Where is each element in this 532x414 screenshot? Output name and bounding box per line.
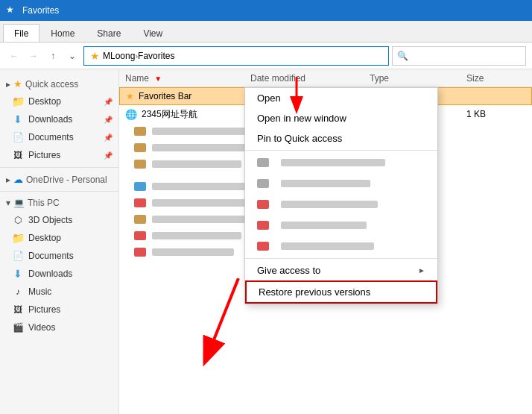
blurred-icon-5 — [134, 198, 146, 207]
sidebar-item-3d-label: 3D Objects — [28, 215, 72, 225]
sidebar-item-desktop2[interactable]: 📁 Desktop — [0, 229, 118, 247]
blurred-icon-1 — [134, 127, 146, 136]
blurred-text-2 — [152, 144, 256, 151]
blurred-text-5 — [152, 199, 249, 207]
file-name-2345: 2345网址导航 — [142, 108, 250, 121]
ctx-blurred-icon-3 — [257, 200, 269, 209]
col-type[interactable]: Type — [370, 73, 466, 84]
sidebar-item-desktop-label: Desktop — [28, 96, 61, 107]
sidebar-divider-2 — [0, 191, 118, 192]
star-icon: ★ — [90, 50, 100, 62]
ctx-pin-quick-access[interactable]: Pin to Quick access — [245, 128, 437, 148]
pictures-icon2: 🖼 — [12, 304, 24, 316]
expand-icon: ▸ — [6, 79, 10, 90]
sidebar-item-documents2-label: Documents — [28, 251, 74, 261]
folder-icon2: 📁 — [12, 232, 24, 244]
ctx-open-new-window-label: Open in new window — [257, 113, 346, 124]
col-type-label: Type — [370, 73, 389, 84]
svg-line-3 — [209, 278, 238, 353]
sidebar-item-downloads-label: Downloads — [28, 114, 72, 125]
music-icon: ♪ — [12, 286, 24, 298]
col-size-label: Size — [466, 73, 484, 84]
ctx-blurred-3 — [245, 194, 437, 215]
ctx-open[interactable]: Open — [245, 88, 437, 108]
ctx-open-new-window[interactable]: Open in new window — [245, 108, 437, 128]
quick-access-label: Quick access — [25, 79, 78, 90]
ctx-blurred-4 — [245, 215, 437, 236]
blurred-icon-4 — [134, 182, 146, 191]
ctx-separator-1 — [245, 150, 437, 151]
blurred-icon-7 — [134, 231, 146, 240]
ctx-blurred-icon-5 — [257, 242, 269, 251]
up-button[interactable]: ↑ — [45, 48, 61, 64]
main-area: ▸ ★ Quick access 📁 Desktop 📌 ⬇ Downloads… — [0, 69, 532, 414]
sidebar-onedrive-header[interactable]: ▸ ☁ OneDrive - Personal — [0, 171, 118, 188]
sidebar-item-downloads[interactable]: ⬇ Downloads 📌 — [0, 110, 118, 128]
videos-icon: 🎬 — [12, 322, 24, 333]
pin-icon2: 📌 — [104, 116, 113, 124]
sidebar-quick-access-header[interactable]: ▸ ★ Quick access — [0, 75, 118, 92]
search-icon: 🔍 — [397, 51, 408, 61]
sidebar-item-documents2[interactable]: 📄 Documents — [0, 247, 118, 265]
blurred-icon-2 — [134, 143, 146, 152]
tab-share[interactable]: Share — [86, 24, 132, 42]
sidebar-item-pictures2-label: Pictures — [28, 304, 60, 315]
folder-icon: 📁 — [12, 95, 24, 107]
ctx-blurred-icon-4 — [257, 221, 269, 230]
pictures-icon: 🖼 — [12, 149, 24, 161]
ctx-blurred-1 — [245, 152, 437, 173]
title-bar: ★ Favorites — [0, 0, 532, 21]
context-menu: Open Open in new window Pin to Quick acc… — [244, 87, 438, 304]
pin-icon: 📌 — [104, 98, 113, 106]
docs-icon: 📄 — [12, 131, 24, 143]
ctx-pin-label: Pin to Quick access — [257, 133, 342, 144]
blurred-icon-8 — [134, 248, 146, 257]
col-date[interactable]: Date modified — [250, 73, 370, 84]
sidebar-item-music-label: Music — [28, 286, 51, 297]
sidebar-item-desktop[interactable]: 📁 Desktop 📌 — [0, 92, 118, 110]
ctx-restore-previous[interactable]: Restore previous versions — [245, 280, 437, 304]
recent-locations-button[interactable]: ⌄ — [64, 48, 80, 64]
sidebar-item-pictures[interactable]: 🖼 Pictures 📌 — [0, 146, 118, 164]
blurred-text-3 — [152, 160, 241, 168]
forward-button[interactable]: → — [25, 48, 42, 64]
search-box[interactable]: 🔍 — [392, 46, 526, 66]
ribbon-tabs: File Home Share View — [0, 21, 532, 42]
address-box[interactable]: ★ MLoong › Favorites — [83, 46, 389, 66]
sidebar-item-pictures-label: Pictures — [28, 150, 60, 160]
ctx-blurred-5 — [245, 236, 437, 257]
sidebar-item-downloads2[interactable]: ⬇ Downloads — [0, 265, 118, 283]
address-bar-row: ← → ↑ ⌄ ★ MLoong › Favorites 🔍 — [0, 43, 532, 69]
ctx-blurred-icon-2 — [257, 179, 269, 188]
sidebar-item-documents[interactable]: 📄 Documents 📌 — [0, 128, 118, 146]
shortcut-icon: 🌐 — [125, 109, 137, 120]
tab-home[interactable]: Home — [39, 24, 86, 42]
col-size[interactable]: Size — [466, 73, 526, 84]
ctx-blurred-text-5 — [281, 242, 374, 250]
tab-view[interactable]: View — [132, 24, 174, 42]
sidebar-thispc-header[interactable]: ▾ 💻 This PC — [0, 195, 118, 211]
sidebar-item-music[interactable]: ♪ Music — [0, 283, 118, 301]
file-size-2345: 1 KB — [466, 109, 526, 119]
col-name-label: Name — [125, 73, 149, 84]
blurred-text-7 — [152, 232, 241, 239]
col-name[interactable]: Name ▼ — [125, 73, 250, 84]
sidebar-item-pictures2[interactable]: 🖼 Pictures — [0, 301, 118, 319]
sort-arrow: ▼ — [154, 75, 162, 83]
sidebar-item-videos[interactable]: 🎬 Videos — [0, 319, 118, 336]
docs-icon2: 📄 — [12, 250, 24, 262]
dl-icon2: ⬇ — [12, 268, 24, 280]
col-date-label: Date modified — [250, 73, 305, 84]
address-path-root: MLoong — [103, 51, 135, 61]
sidebar-item-3dobjects[interactable]: ⬡ 3D Objects — [0, 211, 118, 229]
tab-file[interactable]: File — [3, 24, 39, 42]
sidebar-item-documents-label: Documents — [28, 132, 74, 142]
blurred-icon-3 — [134, 160, 146, 169]
ctx-give-access[interactable]: Give access to ► — [245, 260, 437, 280]
3dobjects-icon: ⬡ — [12, 214, 24, 226]
ribbon: File Home Share View — [0, 21, 532, 43]
window-title: Favorites — [22, 5, 59, 16]
expand-icon2: ▸ — [6, 175, 10, 185]
window-icon: ★ — [6, 4, 18, 16]
back-button[interactable]: ← — [6, 48, 22, 64]
